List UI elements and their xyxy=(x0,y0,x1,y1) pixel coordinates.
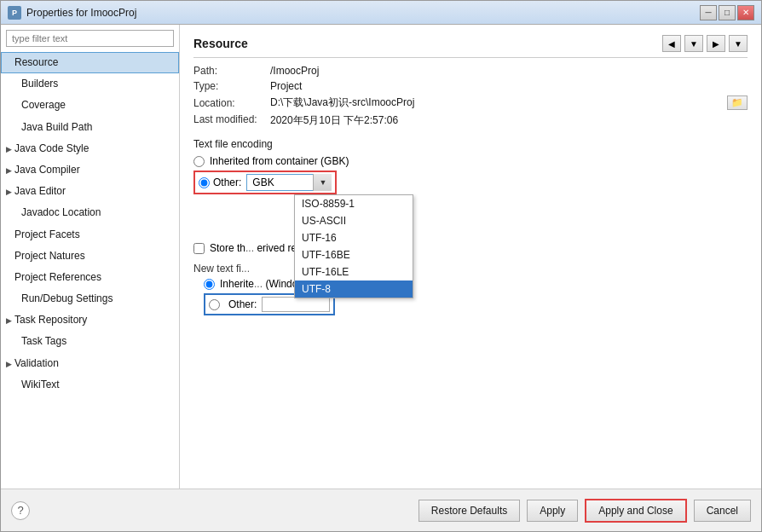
dropdown-item-usascii[interactable]: US-ASCII xyxy=(295,212,413,229)
apply-button[interactable]: Apply xyxy=(527,500,578,522)
panel-title: Resource xyxy=(193,37,248,50)
sidebar-item-resource[interactable]: Resource xyxy=(1,52,179,73)
encoding-dropdown-menu: ISO-8859-1 US-ASCII UTF-16 UTF-16BE UTF-… xyxy=(294,194,413,298)
sidebar-item-validation[interactable]: ▶ Validation xyxy=(1,353,179,374)
task-tags-label: Task Tags xyxy=(21,335,66,347)
task-repository-label: Task Repository xyxy=(14,314,87,326)
restore-defaults-button[interactable]: Restore Defaults xyxy=(419,500,520,522)
location-browse-button[interactable]: 📁 xyxy=(727,95,748,110)
nav-forward-button[interactable]: ▶ xyxy=(707,35,725,52)
sidebar-item-project-facets[interactable]: Project Facets xyxy=(1,224,179,246)
sidebar-item-project-natures[interactable]: Project Natures xyxy=(1,246,179,267)
java-compiler-arrow: ▶ xyxy=(6,165,14,176)
apply-close-button[interactable]: Apply and Close xyxy=(585,499,686,523)
nav-dropdown-button[interactable]: ▼ xyxy=(684,35,703,52)
new-other-label: Other: xyxy=(228,298,257,310)
sidebar-item-project-references[interactable]: Project References xyxy=(1,267,179,288)
new-inherited-radio[interactable] xyxy=(204,279,215,290)
sidebar-item-builders[interactable]: Builders xyxy=(1,73,179,95)
validation-arrow: ▶ xyxy=(6,358,14,370)
sidebar-item-javadoc[interactable]: Javadoc Location xyxy=(1,202,179,223)
nav-forward-dropdown-button[interactable]: ▼ xyxy=(729,35,748,52)
new-text-row: New text fi... xyxy=(193,263,748,275)
encoding-select[interactable]: GBK xyxy=(246,174,332,191)
sidebar-item-task-tags[interactable]: Task Tags xyxy=(1,331,179,352)
type-value: Project xyxy=(270,80,748,92)
java-compiler-label: Java Compiler xyxy=(14,164,80,176)
path-row: Path: /ImoocProj xyxy=(193,65,748,77)
title-bar-left: P Properties for ImoocProj xyxy=(8,6,136,20)
right-panel: Resource ◀ ▼ ▶ ▼ Path: /ImoocProj Type: … xyxy=(180,25,761,489)
title-bar: P Properties for ImoocProj ─ □ ✕ xyxy=(1,1,761,25)
last-modified-value: 2020年5月10日 下午2:57:06 xyxy=(270,113,748,128)
run-debug-label: Run/Debug Settings xyxy=(21,292,113,304)
sidebar-item-task-repository[interactable]: ▶ Task Repository xyxy=(1,309,179,331)
java-editor-arrow: ▶ xyxy=(6,186,14,198)
new-other-input[interactable] xyxy=(262,297,330,312)
type-row: Type: Project xyxy=(193,80,748,92)
type-label: Type: xyxy=(193,80,270,92)
window-icon: P xyxy=(8,6,21,20)
resource-label: Resource xyxy=(14,56,58,68)
java-code-style-arrow: ▶ xyxy=(6,143,14,155)
sidebar-item-java-compiler[interactable]: ▶ Java Compiler xyxy=(1,159,179,181)
other-radio[interactable] xyxy=(199,177,210,188)
store-checkbox[interactable] xyxy=(193,243,205,254)
dropdown-item-utf16[interactable]: UTF-16 xyxy=(295,229,413,246)
encoding-section-title: Text file encoding xyxy=(193,138,748,150)
new-other-radio[interactable] xyxy=(209,299,220,310)
path-label: Path: xyxy=(193,65,270,77)
inherited-radio[interactable] xyxy=(193,156,205,167)
last-modified-label: Last modified: xyxy=(193,113,270,128)
validation-label: Validation xyxy=(14,357,59,369)
sidebar-item-run-debug[interactable]: Run/Debug Settings xyxy=(1,288,179,309)
folder-icon: 📁 xyxy=(731,97,743,107)
dropdown-item-utf8[interactable]: UTF-8 xyxy=(295,280,413,298)
title-controls: ─ □ ✕ xyxy=(700,5,754,20)
store-text: Store th xyxy=(210,242,245,254)
other-label: Other: xyxy=(213,176,241,188)
dropdown-item-iso[interactable]: ISO-8859-1 xyxy=(295,195,413,212)
builders-label: Builders xyxy=(21,78,58,90)
project-natures-label: Project Natures xyxy=(14,250,85,262)
store-rest: ... xyxy=(245,242,254,254)
task-repository-arrow: ▶ xyxy=(6,315,14,327)
window-title: Properties for ImoocProj xyxy=(26,7,136,19)
filter-input[interactable] xyxy=(6,30,174,47)
dropdown-item-utf16le[interactable]: UTF-16LE xyxy=(295,263,413,280)
store-row: Store th... erived resources separately xyxy=(193,242,748,254)
dropdown-item-utf16be[interactable]: UTF-16BE xyxy=(295,246,413,263)
close-button[interactable]: ✕ xyxy=(737,5,754,20)
wikitext-label: WikiText xyxy=(21,379,60,390)
new-text-label: New text fi... xyxy=(193,263,270,275)
new-other-radio-row: Other: xyxy=(204,293,748,315)
sidebar-item-wikitext[interactable]: WikiText xyxy=(1,374,179,396)
cancel-button[interactable]: Cancel xyxy=(694,500,751,522)
sidebar-item-java-code-style[interactable]: ▶ Java Code Style xyxy=(1,138,179,159)
sidebar-item-coverage[interactable]: Coverage xyxy=(1,95,179,116)
maximize-button[interactable]: □ xyxy=(719,5,736,20)
location-row: Location: D:\下载\Java初识-src\ImoocProj 📁 xyxy=(193,95,748,110)
nav-arrows: ◀ ▼ ▶ ▼ xyxy=(662,35,748,52)
other-encoding-box: Other: GBK ▼ xyxy=(193,171,337,194)
other-encoding-row: Other: GBK ▼ xyxy=(193,171,748,194)
new-inherited-radio-row: Inherite... (Windows) xyxy=(204,278,748,290)
sidebar-item-java-editor[interactable]: ▶ Java Editor xyxy=(1,181,179,202)
sidebar-item-java-build-path[interactable]: Java Build Path xyxy=(1,117,179,138)
bottom-bar: ? Restore Defaults Apply Apply and Close… xyxy=(1,489,761,531)
sidebar: Resource Builders Coverage Java Build Pa… xyxy=(1,25,180,489)
location-label: Location: xyxy=(193,97,270,109)
bottom-right-buttons: Restore Defaults Apply Apply and Close C… xyxy=(419,499,751,523)
main-content: Resource Builders Coverage Java Build Pa… xyxy=(1,25,761,489)
inherited-label: Inherited from container (GBK) xyxy=(210,155,349,167)
encoding-select-wrapper: GBK ▼ xyxy=(246,174,332,191)
coverage-label: Coverage xyxy=(21,99,66,111)
help-button[interactable]: ? xyxy=(11,501,30,520)
location-value: D:\下载\Java初识-src\ImoocProj xyxy=(270,95,722,110)
inherited-radio-row: Inherited from container (GBK) xyxy=(193,155,748,167)
nav-back-button[interactable]: ◀ xyxy=(662,35,681,52)
java-code-style-label: Java Code Style xyxy=(14,142,89,154)
minimize-button[interactable]: ─ xyxy=(700,5,717,20)
java-build-path-label: Java Build Path xyxy=(21,121,92,133)
path-value: /ImoocProj xyxy=(270,65,748,77)
